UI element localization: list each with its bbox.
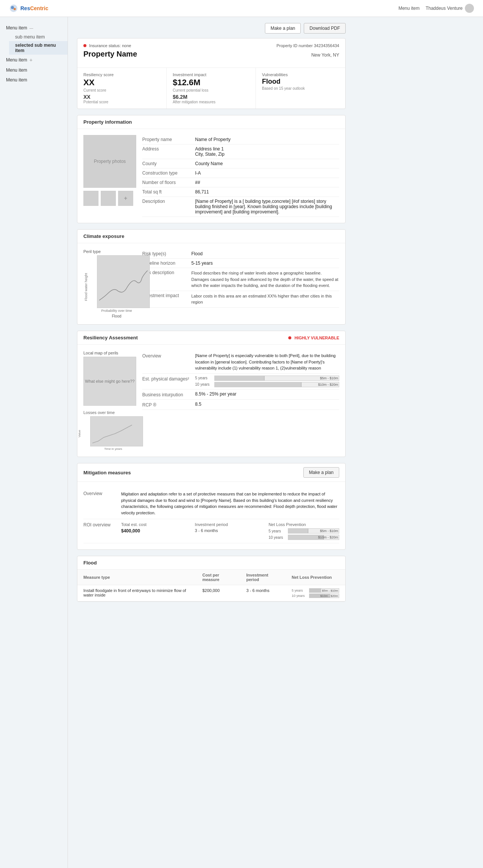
add-photo-button[interactable]: +	[118, 191, 133, 206]
mitigation-card: Mitigation measures Make a plan Overview…	[77, 463, 346, 550]
investment-metric: Investment impact $12.6M Current potenti…	[167, 68, 256, 109]
damage-10yr-label: 10 years	[195, 382, 212, 386]
roi-5yr-text: $5m - $10m	[320, 529, 338, 533]
flood-mini-5yr-label: 5 years	[292, 589, 308, 592]
roi-cost-value: $400,000	[121, 528, 192, 534]
main-photo[interactable]: Property photos	[83, 135, 136, 188]
svg-point-2	[14, 8, 16, 10]
label-floors: Number of floors	[142, 180, 195, 185]
vuln-value: Flood	[262, 78, 339, 86]
climate-title: Climate exposure	[83, 233, 124, 239]
property-header-card: Insurance status: none Property ID numbe…	[77, 38, 346, 109]
resiliency-label: Resiliency score	[83, 72, 160, 77]
resiliency-metric: Resiliency score XX Current score XX Pot…	[77, 68, 167, 109]
miti-roi-label: ROI overview	[83, 522, 121, 528]
sidebar-sub-item-1[interactable]: sub menu item	[9, 33, 68, 41]
flood-table-head: Measure type Cost per measure Investment…	[77, 570, 345, 585]
nav-menu-item[interactable]: Menu item	[398, 6, 420, 11]
photo-thumb-1[interactable]	[83, 191, 98, 206]
damage-bars: 5 years $5m - $10m 10 years	[195, 376, 339, 387]
label-damages: Est. physical damages²	[142, 376, 195, 382]
info-row-address: Address Address line 1City, State, Zip	[142, 144, 339, 159]
sidebar-submenu: sub menu item selected sub menu item	[0, 33, 68, 55]
roi-netloss-header: Net Loss Prevention	[269, 522, 339, 527]
damage-5yr-text: $5m - $10m	[320, 376, 338, 380]
flood-mini-10yr-text: $10m - $20m	[320, 594, 338, 598]
roi-10yr-bar: $10m - $20m	[288, 535, 339, 540]
detail-row-risk-type: Risk type(s) Flood	[142, 249, 339, 259]
col-measure-type: Measure type	[77, 570, 196, 585]
user-name: Thaddeus Venture	[426, 6, 463, 11]
map-box: What else might go here??	[83, 357, 136, 406]
nav-right: Menu item Thaddeus Venture	[398, 4, 474, 13]
top-navigation: ResCentric Menu item Thaddeus Venture	[0, 0, 483, 17]
investment-value: $12.6M	[173, 78, 250, 87]
resiliency-body: Local map of perils What else might go h…	[77, 345, 345, 457]
resiliency-value: XX	[83, 78, 160, 87]
sidebar-item-menu2[interactable]: Menu item +	[0, 55, 68, 65]
download-pdf-button[interactable]: Download PDF	[304, 23, 346, 34]
vuln-label: Vulnerabilities	[262, 72, 339, 77]
investment-after-value: $6.2M	[173, 94, 250, 100]
value-risk-type: Flood	[191, 251, 339, 256]
assessment-row-overview: Overview [Name of Property] is especiall…	[142, 351, 339, 374]
vulnerabilities-metric: Vulnerabilities Flood Based on 15 year o…	[256, 68, 345, 109]
sidebar-item-menu3[interactable]: Menu item	[0, 65, 68, 75]
resiliency-potential-label: Potential score	[83, 100, 160, 104]
chart-box	[97, 255, 150, 308]
roi-10yr-text: $10m - $20m	[318, 535, 338, 539]
roi-5yr-bar: $5m - $10m	[288, 528, 339, 534]
label-rcp: RCP ®	[142, 402, 195, 408]
plus-icon: +	[29, 57, 32, 63]
flood-mini-bar-5yr: 5 years $5m - $10m	[292, 588, 339, 593]
flood-table: Measure type Cost per measure Investment…	[77, 570, 345, 601]
damage-5yr-bar: $5m - $10m	[214, 376, 339, 381]
info-row-description: Description [Name of Property] is a [ bu…	[142, 197, 339, 217]
value-construction: I-A	[195, 170, 339, 176]
sidebar-item-label: Menu item	[6, 57, 27, 63]
label-address: Address	[142, 146, 195, 157]
climate-exposure-card: Climate exposure Peril type Flood water …	[77, 229, 346, 325]
label-county: County	[142, 161, 195, 166]
value-overview: [Name of Property] is especially vulnera…	[195, 353, 339, 371]
label-sqft: Total sq ft	[142, 189, 195, 195]
assessment-row-business: Business inturpution 8.5% - 25% per year	[142, 390, 339, 400]
user-badge: Thaddeus Venture	[426, 4, 474, 13]
value-timeline: 5-15 years	[191, 261, 339, 266]
sidebar-sub-item-2-selected[interactable]: selected sub menu item	[9, 41, 68, 55]
value-floors: ##	[195, 180, 339, 185]
damage-bar-list: 5 years $5m - $10m 10 years	[195, 376, 339, 387]
mitigation-make-plan-button[interactable]: Make a plan	[303, 467, 339, 478]
value-rcp: 8.5	[195, 402, 339, 407]
insurance-status-row: Insurance status: none Property ID numbe…	[83, 43, 339, 48]
map-column: Local map of perils What else might go h…	[83, 351, 136, 451]
losses-label: Losses over time	[83, 410, 136, 415]
flood-mini-5yr-text: $5m - $10m	[322, 589, 338, 592]
make-plan-button[interactable]: Make a plan	[265, 23, 301, 34]
action-bar: Make a plan Download PDF	[77, 23, 346, 34]
sidebar-item-menu1[interactable]: Menu item —	[0, 23, 68, 33]
vuln-sub-label: Based on 15 year outlook	[262, 86, 339, 90]
flood-cost-1: $200,000	[196, 585, 240, 601]
status-dot	[83, 44, 86, 47]
label-property-name: Property name	[142, 137, 195, 142]
logo-text: ResCentric	[20, 5, 48, 11]
photo-thumb-2[interactable]	[101, 191, 116, 206]
resiliency-header: Resiliency Assessment HIGHLY VULNERABLE	[77, 331, 345, 345]
col-cost: Cost per measure	[196, 570, 240, 585]
mitigation-header: Mitigation measures Make a plan	[77, 463, 345, 482]
sidebar-item-menu4[interactable]: Menu item	[0, 75, 68, 85]
climate-body: Peril type Flood water height Probabilit…	[77, 243, 345, 324]
vuln-dot	[288, 336, 291, 339]
info-table: Property name Name of Property Address A…	[142, 135, 339, 217]
resiliency-title: Resiliency Assessment	[83, 335, 138, 340]
damage-bar-10yr: 10 years $10m - $20m	[195, 382, 339, 387]
info-row-floors: Number of floors ##	[142, 178, 339, 187]
value-county: County Name	[195, 161, 339, 166]
property-name-row: Property Name New York, NY	[83, 50, 339, 58]
roi-netloss-col: Net Loss Prevention 5 years $5m - $10m	[269, 522, 339, 540]
losses-svg	[91, 417, 137, 447]
detail-row-risk-desc: Risk description Flood describes the ris…	[142, 268, 339, 291]
value-address: Address line 1City, State, Zip	[195, 146, 339, 157]
damage-10yr-text: $10m - $20m	[318, 383, 338, 386]
